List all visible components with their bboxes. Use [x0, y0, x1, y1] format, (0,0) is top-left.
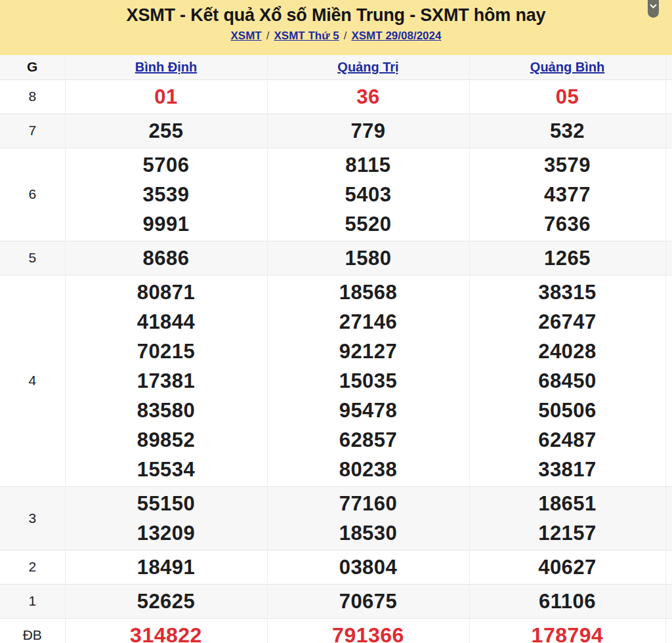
- result-cell: 77160 18530: [267, 486, 469, 550]
- breadcrumb-link-xsmt[interactable]: XSMT: [231, 30, 262, 42]
- result-cell: 52625: [65, 584, 267, 618]
- prize-row-6: 6 5706 3539 9991 8115 5403 5520 3579 437…: [0, 148, 672, 241]
- result-number: 80238: [268, 455, 469, 484]
- province-link-binh-dinh[interactable]: Bình Định: [135, 60, 197, 74]
- result-number: 62487: [470, 425, 665, 455]
- result-number: 15534: [66, 455, 267, 484]
- result-cell: 255: [65, 114, 267, 148]
- prize-row-1: 1 52625 70675 61106: [0, 584, 672, 618]
- result-cell: 8115 5403 5520: [267, 148, 469, 241]
- result-number: 33817: [470, 455, 665, 484]
- breadcrumb-link-xsmt-date[interactable]: XSMT 29/08/2024: [351, 30, 441, 42]
- result-number: 314822: [66, 621, 267, 643]
- result-number: 779: [268, 116, 469, 146]
- result-cell: 05: [469, 79, 665, 114]
- result-cell: 532: [469, 114, 665, 148]
- prize-tier-label: 4: [0, 275, 65, 486]
- result-number: 52625: [66, 587, 267, 616]
- page-header: XSMT - Kết quả Xổ số Miền Trung - SXMT h…: [0, 0, 672, 55]
- result-cell: 314822: [65, 618, 267, 643]
- result-number: 791366: [268, 621, 469, 643]
- result-cell: 8686: [65, 241, 267, 275]
- result-number: 15035: [268, 366, 469, 396]
- result-cell: 55150 13209: [65, 486, 267, 550]
- overflow-cell: [665, 486, 672, 550]
- result-number: 27146: [268, 307, 469, 337]
- prize-tier-label: 6: [0, 148, 65, 241]
- province-link-quang-tri[interactable]: Quảng Trị: [337, 60, 398, 74]
- column-header-quang-binh: Quảng Bình: [469, 55, 665, 79]
- result-cell: 40627: [469, 550, 665, 584]
- result-number: 62857: [268, 425, 469, 455]
- result-number: 70675: [268, 587, 469, 616]
- prize-tier-label: 3: [0, 486, 65, 550]
- column-header-quang-tri: Quảng Trị: [267, 55, 469, 79]
- overflow-cell: [665, 79, 672, 114]
- result-number: 38315: [470, 278, 665, 307]
- result-number: 50506: [470, 396, 665, 425]
- result-number: 24028: [470, 337, 665, 366]
- result-cell: 01: [65, 79, 267, 114]
- result-cell: 18651 12157: [469, 486, 665, 550]
- result-cell: 1265: [469, 241, 665, 275]
- result-number: 4377: [470, 180, 665, 209]
- collapse-button[interactable]: [648, 0, 659, 18]
- result-number: 68450: [470, 366, 665, 396]
- result-cell: 18568 27146 92127 15035 95478 62857 8023…: [267, 275, 469, 486]
- prize-tier-label: 7: [0, 114, 65, 148]
- result-number: 70215: [66, 337, 267, 366]
- result-number: 12157: [470, 518, 665, 548]
- result-cell: 178794: [469, 618, 665, 643]
- prize-row-2: 2 18491 03804 40627: [0, 550, 672, 584]
- prize-row-7: 7 255 779 532: [0, 114, 672, 148]
- result-number: 18651: [470, 489, 665, 518]
- prize-tier-label: 8: [0, 79, 65, 114]
- result-number: 1580: [268, 243, 469, 273]
- result-number: 95478: [268, 396, 469, 425]
- result-number: 5520: [268, 209, 469, 239]
- result-number: 55150: [66, 489, 267, 518]
- breadcrumb-separator: /: [339, 30, 352, 42]
- province-link-quang-binh[interactable]: Quảng Bình: [530, 60, 604, 74]
- breadcrumb-link-xsmt-thu-5[interactable]: XSMT Thứ 5: [274, 30, 339, 42]
- result-number: 3539: [66, 180, 267, 209]
- result-number: 9991: [66, 209, 267, 239]
- table-header-row: G Bình Định Quảng Trị Quảng Bình: [0, 55, 672, 79]
- result-number: 1265: [470, 243, 665, 273]
- result-cell: 61106: [469, 584, 665, 618]
- overflow-cell: [665, 241, 672, 275]
- prize-tier-label: ĐB: [0, 618, 65, 643]
- result-number: 5706: [66, 150, 267, 180]
- result-number: 18530: [268, 518, 469, 548]
- result-cell: 779: [267, 114, 469, 148]
- result-number: 40627: [470, 552, 665, 582]
- prize-tier-label: 2: [0, 550, 65, 584]
- chevron-down-icon: [650, 0, 657, 18]
- prize-tier-label: 5: [0, 241, 65, 275]
- overflow-column-header: [665, 55, 672, 79]
- result-number: 8686: [66, 243, 267, 273]
- result-number: 178794: [470, 621, 665, 643]
- result-number: 05: [470, 82, 665, 112]
- result-number: 36: [268, 82, 469, 112]
- result-cell: 5706 3539 9991: [65, 148, 267, 241]
- result-cell: 3579 4377 7636: [469, 148, 665, 241]
- result-cell: 70675: [267, 584, 469, 618]
- overflow-cell: [665, 114, 672, 148]
- overflow-cell: [665, 618, 672, 643]
- result-number: 532: [470, 116, 665, 146]
- result-number: 03804: [268, 552, 469, 582]
- overflow-cell: [665, 550, 672, 584]
- result-number: 5403: [268, 180, 469, 209]
- result-number: 89852: [66, 425, 267, 455]
- result-number: 8115: [268, 150, 469, 180]
- result-cell: 80871 41844 70215 17381 83580 89852 1553…: [65, 275, 267, 486]
- result-cell: 38315 26747 24028 68450 50506 62487 3381…: [469, 275, 665, 486]
- breadcrumb-separator: /: [262, 30, 274, 42]
- results-table: G Bình Định Quảng Trị Quảng Bình 8 01 36…: [0, 55, 672, 643]
- breadcrumb: XSMT/XSMT Thứ 5/XSMT 29/08/2024: [0, 28, 672, 44]
- result-number: 17381: [66, 366, 267, 396]
- overflow-cell: [665, 148, 672, 241]
- prize-tier-label: 1: [0, 584, 65, 618]
- prize-row-8: 8 01 36 05: [0, 79, 672, 114]
